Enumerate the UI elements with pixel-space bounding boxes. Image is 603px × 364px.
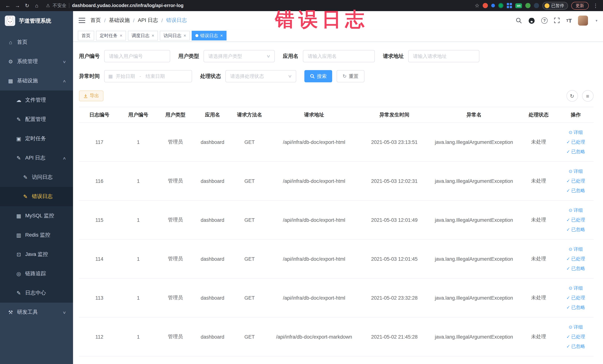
user-id-input[interactable] [104,50,170,62]
paused-badge[interactable]: 已暂停 [542,2,568,10]
mark-processed-link[interactable]: ✓已处理 [566,215,585,225]
fullscreen-icon[interactable] [554,17,560,23]
refresh-button[interactable]: ↻ [566,90,578,102]
sidebar-item-java-monitor[interactable]: ⊡ Java 监控 [0,245,73,264]
table-header-row: 日志编号 用户编号 用户类型 应用名 请求方法名 请求地址 异常发生时间 异常名… [79,107,593,123]
eye-icon: ⊙ [569,286,572,291]
target-icon: ◎ [16,271,22,277]
search-button[interactable]: 搜索 [304,70,332,82]
tab-home[interactable]: 首页 [78,31,94,40]
detail-link[interactable]: ⊙详细 [569,166,583,176]
close-icon[interactable]: × [184,33,186,38]
bookmark-star-icon[interactable]: ☆ [475,3,479,9]
sidebar-toggle-icon[interactable] [79,18,85,23]
detail-link[interactable]: ⊙详细 [569,244,583,254]
request-url-input[interactable] [408,50,479,62]
reset-button[interactable]: ↻ 重置 [337,70,364,82]
mark-ignored-link[interactable]: ✓已忽略 [566,147,585,156]
close-icon[interactable]: × [220,33,223,38]
detail-link[interactable]: ⊙详细 [569,205,583,215]
browser-menu-icon[interactable]: ⋮ [592,3,599,9]
sidebar-item-log-center[interactable]: ✎ 日志中心 [0,283,73,303]
grid-icon: ▦ [16,213,22,219]
detail-link[interactable]: ⊙详细 [569,283,583,293]
search-icon[interactable] [516,17,522,23]
close-icon[interactable]: × [152,33,154,38]
sidebar-item-file-management[interactable]: ☁ 文件管理 [0,91,73,110]
exception-time-range-picker[interactable]: ▦ 开始日期 - 结束日期 [104,70,192,82]
col-exception-time: 异常发生时间 [360,107,429,123]
tab-scheduled-jobs[interactable]: 定时任务 × [96,31,126,40]
tab-schedule-log[interactable]: 调度日志 × [128,31,158,40]
header-actions: ? TT ▾ [516,15,597,25]
mark-ignored-link[interactable]: ✓已忽略 [566,264,585,273]
mark-processed-link[interactable]: ✓已处理 [566,332,585,341]
reload-icon[interactable]: ↻ [23,3,31,9]
filter-exception-time: 异常时间 ▦ 开始日期 - 结束日期 [79,70,192,82]
user-type-select[interactable]: 请选择用户类型 ∨ [204,50,275,62]
sidebar-item-access-log[interactable]: ✎ 访问日志 [0,168,73,187]
table-row: 117 1 管理员 dashboard GET /api/infra/db-do… [79,123,593,162]
app-frame: 芋道管理系统 ⌂ 首页 ⚙ 系统管理 ∨ ▩ 基础设施 ∧ [0,11,603,364]
extension-on-badge[interactable]: on [515,3,522,8]
extension-icon-6[interactable] [534,3,539,8]
check-icon: ✓ [566,305,570,310]
extension-icon-1[interactable] [483,3,488,8]
mark-ignored-link[interactable]: ✓已忽略 [566,303,585,312]
sidebar-item-infra[interactable]: ▩ 基础设施 ∧ [0,71,73,91]
breadcrumb-item-api-log[interactable]: API 日志 [138,17,158,24]
avatar[interactable] [578,15,588,25]
breadcrumb-separator: / [104,17,106,23]
browser-home-icon[interactable]: ⌂ [33,3,41,9]
tab-access-log[interactable]: 访问日志 × [160,31,190,40]
edit-icon: ✎ [16,155,22,161]
sidebar-item-redis-monitor[interactable]: ▥ Redis 监控 [0,225,73,245]
sidebar-item-tracing[interactable]: ◎ 链路追踪 [0,264,73,283]
detail-link[interactable]: ⊙详细 [569,322,583,332]
close-icon[interactable]: × [120,33,122,38]
check-icon: ✓ [566,140,570,145]
address-bar[interactable]: ⚠ 不安全 dashboard.yudao.iocoder.cn/infra/l… [42,2,469,9]
mark-processed-link[interactable]: ✓已处理 [566,293,585,303]
sidebar-item-mysql-monitor[interactable]: ▦ MySQL 监控 [0,206,73,225]
reset-button-wrap: ↻ 重置 [337,70,364,82]
sidebar-item-error-log[interactable]: ✎ 错误日志 [0,187,73,206]
breadcrumb-item-home[interactable]: 首页 [91,17,101,24]
tab-error-log[interactable]: 错误日志 × [192,31,227,40]
export-button[interactable]: 导出 [79,91,104,101]
breadcrumb-item-infra[interactable]: 基础设施 [109,17,130,24]
check-icon: ✓ [566,295,570,300]
github-icon[interactable] [528,17,535,24]
columns-icon: ≡ [586,93,589,99]
mark-ignored-link[interactable]: ✓已忽略 [566,186,585,195]
sidebar-item-api-log[interactable]: ✎ API 日志 ∧ [0,148,73,168]
font-size-icon[interactable]: TT [566,17,572,23]
process-status-select[interactable]: 请选择处理状态 ∨ [225,70,296,82]
detail-link[interactable]: ⊙详细 [569,128,583,137]
check-icon: ✓ [566,178,570,184]
extension-icon-3[interactable] [498,3,503,8]
sidebar: 芋道管理系统 ⌂ 首页 ⚙ 系统管理 ∨ ▩ 基础设施 ∧ [0,11,73,364]
mark-processed-link[interactable]: ✓已处理 [566,254,585,264]
back-icon[interactable]: ← [4,3,12,9]
sidebar-item-scheduled-jobs[interactable]: ▣ 定时任务 [0,129,73,148]
sidebar-item-home[interactable]: ⌂ 首页 [0,33,73,52]
app-name-input[interactable] [303,50,375,62]
sidebar-item-config-management[interactable]: ✎ 配置管理 [0,110,73,129]
extension-icon-4[interactable] [507,3,512,8]
extension-icon-5[interactable] [525,3,531,8]
mark-processed-link[interactable]: ✓已处理 [566,137,585,147]
caret-down-icon[interactable]: ▾ [596,18,597,23]
forward-icon[interactable]: → [13,3,22,9]
sidebar-item-system[interactable]: ⚙ 系统管理 ∨ [0,52,73,71]
sidebar-menu: ⌂ 首页 ⚙ 系统管理 ∨ ▩ 基础设施 ∧ ☁ 文件管理 [0,30,73,364]
extension-icon-2[interactable] [491,4,495,7]
mark-processed-link[interactable]: ✓已处理 [566,176,585,186]
column-settings-button[interactable]: ≡ [582,90,593,102]
browser-update-button[interactable]: 更新 [571,2,589,10]
mark-ignored-link[interactable]: ✓已忽略 [566,225,585,234]
mark-ignored-link[interactable]: ✓已忽略 [566,341,585,351]
help-icon[interactable]: ? [541,17,548,23]
app-logo[interactable]: 芋道管理系统 [0,11,73,30]
sidebar-item-dev-tools[interactable]: ⚒ 研发工具 ∨ [0,303,73,322]
